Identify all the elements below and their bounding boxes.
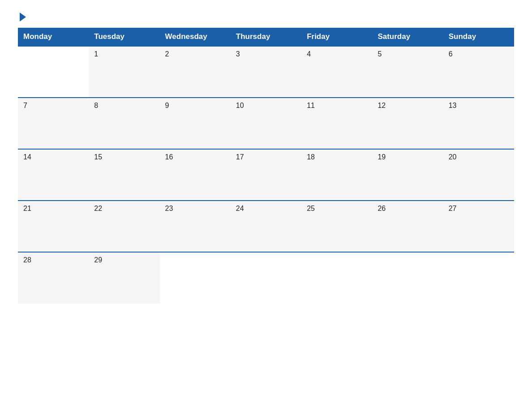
calendar-cell bbox=[301, 252, 372, 304]
day-number: 19 bbox=[378, 153, 386, 161]
calendar-table: MondayTuesdayWednesdayThursdayFridaySatu… bbox=[18, 28, 514, 304]
calendar-cell: 14 bbox=[18, 149, 89, 201]
day-number: 3 bbox=[236, 50, 240, 58]
day-number: 28 bbox=[23, 256, 31, 264]
logo-triangle-icon bbox=[20, 13, 26, 21]
day-number: 23 bbox=[165, 205, 173, 212]
calendar-cell: 21 bbox=[18, 201, 89, 252]
weekday-header-wednesday: Wednesday bbox=[160, 28, 231, 46]
calendar-cell: 1 bbox=[89, 46, 159, 98]
weekday-header-thursday: Thursday bbox=[231, 28, 301, 46]
calendar-cell: 20 bbox=[443, 149, 514, 201]
day-number: 2 bbox=[165, 50, 169, 58]
day-number: 4 bbox=[307, 50, 311, 58]
day-number: 1 bbox=[94, 50, 98, 58]
day-number: 13 bbox=[449, 102, 457, 109]
week-row-3: 21222324252627 bbox=[18, 201, 514, 252]
calendar-cell bbox=[231, 252, 301, 304]
day-number: 17 bbox=[236, 153, 244, 161]
weekday-header-monday: Monday bbox=[18, 28, 89, 46]
calendar-body: 1234567891011121314151617181920212223242… bbox=[18, 46, 514, 304]
calendar-cell: 15 bbox=[89, 149, 159, 201]
calendar-cell bbox=[18, 46, 89, 98]
week-row-4: 2829 bbox=[18, 252, 514, 304]
day-number: 29 bbox=[94, 256, 102, 264]
calendar-cell bbox=[160, 252, 231, 304]
day-number: 10 bbox=[236, 102, 244, 109]
calendar-cell: 4 bbox=[301, 46, 372, 98]
calendar-cell bbox=[443, 252, 514, 304]
weekday-header-row: MondayTuesdayWednesdayThursdayFridaySatu… bbox=[18, 28, 514, 46]
calendar-cell: 24 bbox=[231, 201, 301, 252]
weekday-header-sunday: Sunday bbox=[443, 28, 514, 46]
calendar-cell: 3 bbox=[231, 46, 301, 98]
calendar-cell: 29 bbox=[89, 252, 159, 304]
calendar-cell bbox=[372, 252, 443, 304]
calendar-cell: 5 bbox=[372, 46, 443, 98]
week-row-1: 78910111213 bbox=[18, 98, 514, 149]
day-number: 5 bbox=[378, 50, 382, 58]
day-number: 21 bbox=[23, 205, 31, 212]
calendar-cell: 26 bbox=[372, 201, 443, 252]
calendar-cell: 23 bbox=[160, 201, 231, 252]
day-number: 14 bbox=[23, 153, 31, 161]
calendar-cell: 13 bbox=[443, 98, 514, 149]
day-number: 16 bbox=[165, 153, 173, 161]
calendar-cell: 9 bbox=[160, 98, 231, 149]
calendar-cell: 8 bbox=[89, 98, 159, 149]
day-number: 20 bbox=[449, 153, 457, 161]
calendar-cell: 22 bbox=[89, 201, 159, 252]
day-number: 24 bbox=[236, 205, 244, 212]
day-number: 12 bbox=[378, 102, 386, 109]
day-number: 8 bbox=[94, 102, 98, 109]
day-number: 26 bbox=[378, 205, 386, 212]
week-row-2: 14151617181920 bbox=[18, 149, 514, 201]
calendar-cell: 25 bbox=[301, 201, 372, 252]
calendar-cell: 19 bbox=[372, 149, 443, 201]
calendar-cell: 17 bbox=[231, 149, 301, 201]
calendar-cell: 12 bbox=[372, 98, 443, 149]
calendar-cell: 10 bbox=[231, 98, 301, 149]
weekday-header-tuesday: Tuesday bbox=[89, 28, 159, 46]
calendar-cell: 2 bbox=[160, 46, 231, 98]
page-header bbox=[18, 13, 514, 20]
weekday-header-friday: Friday bbox=[301, 28, 372, 46]
calendar-cell: 6 bbox=[443, 46, 514, 98]
calendar-cell: 11 bbox=[301, 98, 372, 149]
day-number: 18 bbox=[307, 153, 315, 161]
weekday-header-saturday: Saturday bbox=[372, 28, 443, 46]
day-number: 11 bbox=[307, 102, 315, 109]
day-number: 22 bbox=[94, 205, 102, 212]
calendar-cell: 28 bbox=[18, 252, 89, 304]
calendar-cell: 16 bbox=[160, 149, 231, 201]
calendar-cell: 18 bbox=[301, 149, 372, 201]
day-number: 15 bbox=[94, 153, 102, 161]
calendar-cell: 27 bbox=[443, 201, 514, 252]
calendar-header: MondayTuesdayWednesdayThursdayFridaySatu… bbox=[18, 28, 514, 46]
week-row-0: 123456 bbox=[18, 46, 514, 98]
day-number: 9 bbox=[165, 102, 169, 109]
logo bbox=[18, 13, 26, 20]
calendar-cell: 7 bbox=[18, 98, 89, 149]
day-number: 7 bbox=[23, 102, 27, 109]
day-number: 6 bbox=[449, 50, 453, 58]
day-number: 27 bbox=[449, 205, 457, 212]
day-number: 25 bbox=[307, 205, 315, 212]
